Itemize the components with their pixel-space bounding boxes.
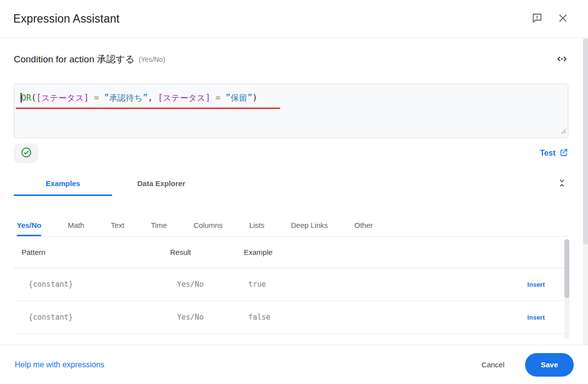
subtab-time[interactable]: Time [151, 214, 167, 236]
examples-table: Pattern Result Example {constant} Yes/No… [14, 237, 568, 334]
dialog-title: Expression Assistant [13, 12, 119, 26]
dialog-header: Expression Assistant [0, 0, 588, 38]
column-header-example: Example [244, 248, 523, 256]
dialog-scrollbar[interactable] [583, 38, 588, 345]
expression-assistant-dialog: Expression Assistant [0, 0, 588, 384]
condition-type-hint: (Yes/No) [139, 55, 165, 63]
close-button[interactable] [557, 12, 569, 25]
condition-row: Condition for action 承認する (Yes/No) [14, 50, 568, 69]
test-button[interactable]: Test [540, 148, 568, 159]
close-icon [557, 12, 569, 26]
status-row: Test [14, 143, 568, 163]
feedback-button[interactable] [530, 12, 543, 25]
table-row: {constant} Yes/No true Insert [14, 268, 568, 301]
dialog-scrollbar-thumb[interactable] [583, 38, 588, 245]
open-in-new-icon [559, 148, 568, 159]
tabs-bar: Examples Data Explorer [14, 172, 568, 196]
resize-handle[interactable] [561, 127, 566, 136]
insert-button[interactable]: Insert [528, 314, 545, 321]
cancel-button[interactable]: Cancel [477, 356, 508, 374]
subtab-deep-links[interactable]: Deep Links [291, 214, 328, 236]
expression-text: OR([ステータス] = ”承認待ち”, [ステータス] = ”保留”) [21, 92, 257, 104]
dialog-footer: Help me with expressions Cancel Save [0, 345, 588, 384]
pattern-cell: {constant} [14, 280, 170, 289]
example-cell: false [244, 313, 523, 322]
subtab-math[interactable]: Math [68, 214, 84, 236]
example-category-tabs: Yes/No Math Text Time Columns Lists Deep… [14, 214, 568, 237]
subtab-yes-no[interactable]: Yes/No [17, 214, 41, 236]
error-underline [16, 108, 280, 109]
column-header-pattern: Pattern [14, 248, 170, 256]
result-cell: Yes/No [170, 313, 244, 322]
pattern-cell: {constant} [14, 313, 170, 322]
subtab-text[interactable]: Text [111, 214, 124, 236]
expression-editor[interactable]: OR([ステータス] = ”承認待ち”, [ステータス] = ”保留”) [14, 83, 568, 138]
insert-button[interactable]: Insert [528, 281, 545, 288]
table-scrollbar-thumb[interactable] [564, 239, 569, 298]
tab-data-explorer[interactable]: Data Explorer [112, 172, 210, 196]
example-cell: true [244, 280, 523, 289]
code-icon [555, 53, 569, 67]
expression-valid-indicator [14, 143, 38, 163]
subtab-other[interactable]: Other [354, 214, 373, 236]
feedback-icon [531, 12, 543, 26]
tab-examples[interactable]: Examples [14, 172, 112, 196]
column-header-result: Result [170, 248, 244, 256]
toggle-code-editor-button[interactable] [556, 53, 568, 66]
subtab-columns[interactable]: Columns [194, 214, 223, 236]
result-cell: Yes/No [170, 280, 244, 289]
table-row: {constant} Yes/No false Insert [14, 301, 568, 334]
unfold-less-icon [557, 176, 567, 192]
table-header-row: Pattern Result Example [14, 237, 568, 268]
save-button[interactable]: Save [525, 353, 574, 377]
collapse-panel-button[interactable] [556, 178, 568, 191]
test-label: Test [540, 149, 556, 158]
help-expressions-link[interactable]: Help me with expressions [15, 360, 104, 369]
subtab-lists[interactable]: Lists [249, 214, 265, 236]
condition-label: Condition for action 承認する [14, 53, 135, 66]
check-circle-icon [20, 146, 32, 161]
table-scrollbar[interactable] [564, 239, 569, 339]
